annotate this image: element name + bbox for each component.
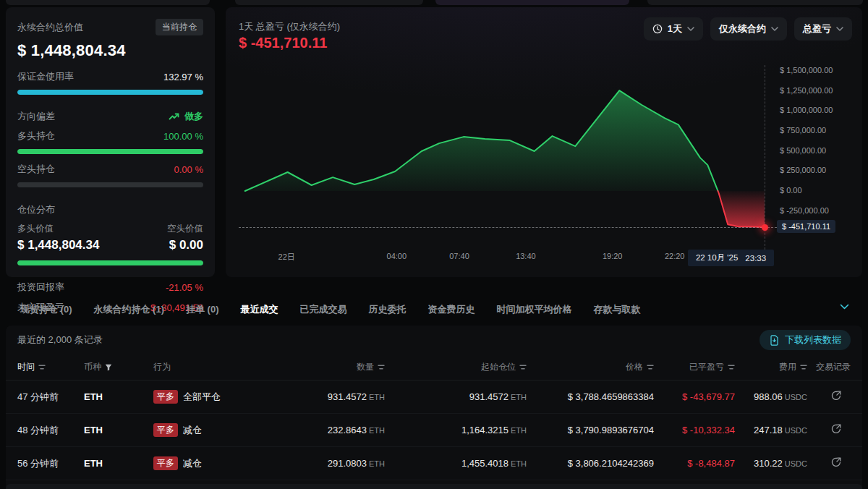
cell-time: 48 分钟前	[17, 424, 84, 437]
cell-closed-pnl-value: $ -43,679.77	[682, 391, 735, 402]
cell-action: 平多减仓	[153, 423, 276, 437]
pnl-area-positive	[245, 90, 718, 191]
column-header[interactable]: 币种	[84, 361, 153, 373]
chart-filter-button[interactable]: 总盈亏	[794, 17, 852, 41]
column-header[interactable]: 价格	[527, 361, 654, 373]
portfolio-title: 永续合约总价值	[17, 21, 83, 34]
filter-icon[interactable]	[105, 364, 112, 371]
cell-closed-pnl: $ -10,332.34	[654, 425, 735, 435]
cell-quantity-value: 931.4572	[328, 391, 367, 402]
column-header[interactable]: 起始仓位	[385, 361, 527, 373]
column-header-label: 价格	[626, 361, 643, 373]
download-icon	[769, 335, 780, 346]
column-header[interactable]: 时间	[17, 361, 84, 373]
long-position-bar	[17, 149, 203, 154]
pnl-chart-card: 1天 总盈亏 (仅永续合约) $ -451,710.11 1天仅永续合约总盈亏 …	[226, 7, 862, 277]
tab-item[interactable]: 永续合约持仓 (1)	[94, 303, 165, 316]
cell-price-value: $ 3,788.4659863384	[568, 391, 654, 402]
close-long-badge: 平多	[153, 423, 178, 437]
cell-time: 56 分钟前	[17, 457, 84, 470]
records-count-label: 最近的 2,000 条记录	[17, 333, 103, 346]
pnl-area-chart[interactable]	[239, 65, 770, 250]
close-long-badge: 平多	[153, 456, 178, 470]
column-header[interactable]: 数量	[276, 361, 385, 373]
trend-up-icon	[169, 112, 180, 121]
chart-filter-button[interactable]: 仅永续合约	[710, 17, 787, 41]
cell-price: $ 3,790.9893676704	[527, 425, 654, 435]
sort-icon[interactable]	[728, 365, 735, 370]
cell-start-position: 1,455.4018ETH	[385, 458, 527, 469]
cell-closed-pnl-value: $ -8,484.87	[687, 458, 735, 469]
column-header[interactable]: 已平盈亏	[654, 361, 735, 373]
trade-share-button[interactable]	[807, 423, 851, 437]
tab-item[interactable]: 历史委托	[369, 303, 407, 316]
short-value: $ 0.00	[169, 238, 203, 252]
cutoff-card-bottom	[6, 484, 862, 489]
cutoff-card-top-1	[6, 0, 210, 5]
cell-quantity-value: 232.8643	[328, 425, 367, 435]
long-value: $ 1,448,804.34	[17, 238, 99, 252]
chart-filter-bar: 1天仅永续合约总盈亏	[644, 17, 852, 41]
cell-fee-value: 988.06	[754, 391, 783, 402]
column-header-label: 时间	[17, 361, 35, 373]
tab-item[interactable]: 挂单 (0)	[186, 303, 219, 316]
sort-icon[interactable]	[647, 365, 654, 370]
column-header[interactable]: 行为	[153, 361, 276, 373]
sort-icon[interactable]	[519, 365, 527, 370]
current-value-axis-label: $ -451,710.11	[777, 220, 835, 233]
sort-icon[interactable]	[800, 365, 807, 370]
chevron-down-icon	[687, 27, 694, 31]
cell-fee-unit: USDC	[785, 393, 807, 401]
column-header-label: 行为	[153, 361, 171, 373]
x-axis-tick: 13:40	[516, 252, 536, 260]
tab-item[interactable]: 最近成交	[241, 303, 278, 316]
cell-fee-unit: USDC	[785, 459, 807, 468]
y-axis-tick: $ 250,000.00	[780, 166, 826, 174]
tab-item[interactable]: 已完成交易	[300, 303, 347, 316]
cell-quantity-unit: ETH	[369, 459, 385, 468]
action-text: 减仓	[183, 424, 202, 437]
long-position-bar-fill	[17, 149, 203, 154]
table-body: 47 分钟前ETH平多全部平仓931.4572ETH931.4572ETH$ 3…	[6, 380, 862, 480]
y-axis-tick: $ 500,000.00	[780, 146, 826, 155]
trade-share-button[interactable]	[807, 456, 851, 470]
column-header-label: 费用	[779, 361, 796, 373]
share-icon	[830, 456, 842, 470]
clock-icon	[652, 24, 663, 34]
column-header-label: 币种	[84, 361, 101, 373]
chart-filter-button[interactable]: 1天	[644, 17, 703, 41]
cell-price-value: $ 3,806.2104242369	[568, 458, 654, 469]
table-row: 48 分钟前ETH平多减仓232.8643ETH1,164.3215ETH$ 3…	[6, 414, 862, 447]
x-axis-tick: 07:40	[449, 252, 469, 260]
cell-closed-pnl-value: $ -10,332.34	[682, 425, 735, 435]
sort-icon[interactable]	[38, 365, 46, 370]
cell-price: $ 3,806.2104242369	[527, 458, 654, 469]
trade-share-button[interactable]	[807, 390, 851, 404]
cell-closed-pnl: $ -8,484.87	[654, 458, 735, 469]
roi-value: -21.05 %	[166, 282, 203, 293]
cutoff-card-top-4	[647, 0, 863, 5]
direction-bias-label: 方向偏差	[17, 110, 55, 123]
margin-usage-label: 保证金使用率	[17, 70, 74, 83]
cell-start-position: 931.4572ETH	[385, 391, 527, 402]
download-list-button[interactable]: 下载列表数据	[760, 330, 851, 350]
table-header-row: 时间币种行为数量起始仓位价格已平盈亏费用交易记录	[6, 354, 862, 380]
cell-quantity: 232.8643ETH	[276, 425, 385, 435]
tab-item[interactable]: 存款与取款	[594, 303, 641, 316]
cell-fee: 247.18USDC	[735, 425, 807, 435]
short-position-value: 0.00 %	[174, 164, 203, 175]
tab-item[interactable]: 现货持仓 (0)	[20, 303, 72, 316]
tab-item[interactable]: 时间加权平均价格	[497, 303, 572, 316]
tab-item[interactable]: 资金费历史	[428, 303, 475, 316]
distribution-bar	[17, 260, 203, 265]
column-header-label: 交易记录	[816, 361, 851, 373]
chevron-down-icon	[771, 27, 778, 31]
sort-icon[interactable]	[378, 365, 385, 370]
current-value-dashed-line	[239, 227, 777, 228]
cell-coin: ETH	[84, 391, 153, 402]
crosshair-date: 22 10月 '25	[696, 252, 738, 263]
column-header[interactable]: 费用	[735, 361, 807, 373]
column-header[interactable]: 交易记录	[807, 361, 851, 373]
tabs-chevron-down-icon[interactable]	[840, 304, 849, 310]
margin-usage-value: 132.97 %	[163, 72, 203, 82]
